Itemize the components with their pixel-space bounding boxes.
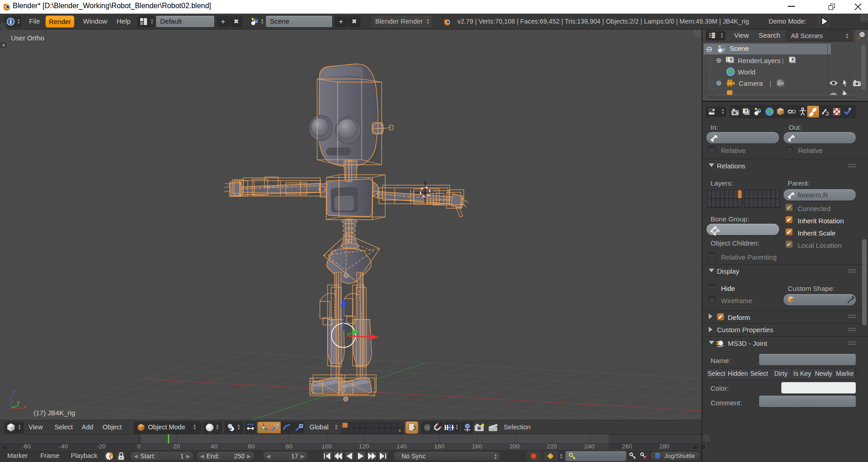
svg-text:x: x xyxy=(23,403,26,410)
svg-text:z: z xyxy=(12,388,15,396)
svg-text:y: y xyxy=(17,399,20,406)
